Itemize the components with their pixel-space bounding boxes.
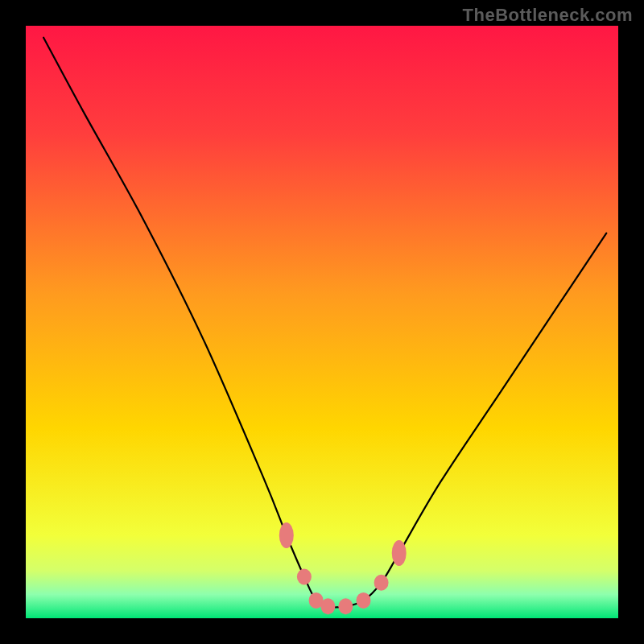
chart-frame: TheBottleneck.com — [0, 0, 644, 644]
plot-background — [26, 26, 618, 618]
bottleneck-chart — [0, 0, 644, 644]
watermark-text: TheBottleneck.com — [463, 5, 633, 26]
marker-blob — [357, 592, 371, 609]
marker-blob — [297, 569, 312, 585]
marker-blob — [392, 540, 407, 566]
marker-blob — [320, 598, 335, 614]
marker-blob — [374, 575, 389, 591]
marker-blob — [279, 522, 294, 548]
marker-blob — [338, 598, 353, 614]
